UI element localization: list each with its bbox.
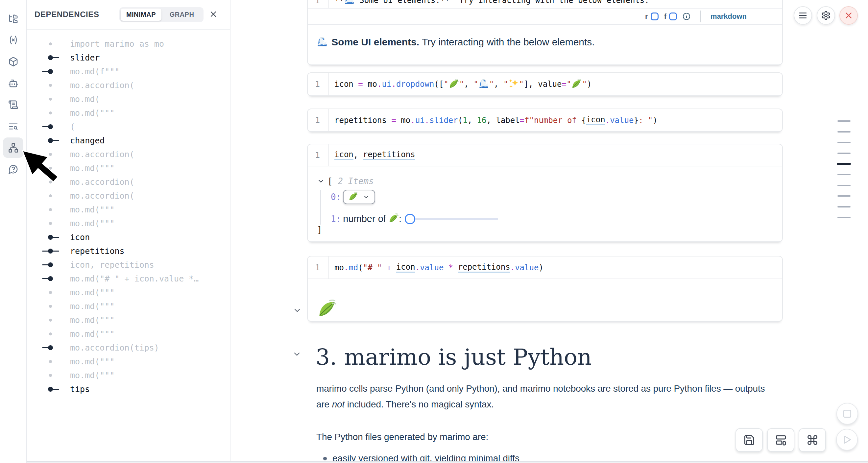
marimo-app-window: DEPENDENCIES MINIMAP GRAPH import marimo… xyxy=(0,0,868,463)
mouse-cursor xyxy=(0,0,868,463)
